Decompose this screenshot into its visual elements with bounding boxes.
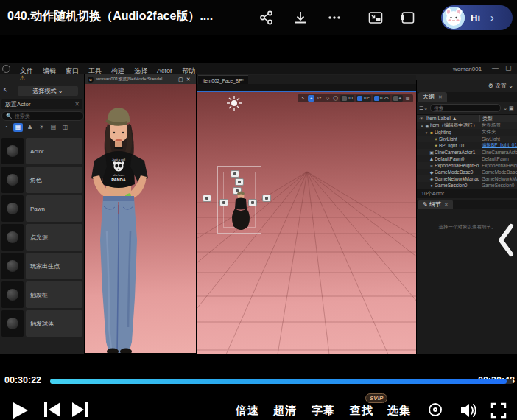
video-title: 040.动作随机切换（Audio2face版）.... (7, 9, 213, 24)
component-sprite[interactable] (231, 170, 239, 178)
volumes-category-icon[interactable]: ◫ (60, 123, 70, 132)
find-button[interactable]: 查找 (350, 404, 373, 418)
close-icon[interactable]: ✕ (74, 101, 80, 108)
volume-icon[interactable] (460, 402, 479, 419)
place-actor-item[interactable]: 角色 (0, 167, 84, 193)
download-icon[interactable] (292, 10, 309, 26)
window-minimize-icon[interactable]: — (170, 77, 175, 82)
subtitle-button[interactable]: 字幕 (312, 404, 335, 418)
previous-episode-button[interactable] (43, 402, 62, 418)
column-type[interactable]: 类型 (479, 115, 517, 122)
grid-snap-control[interactable]: 10 (340, 95, 354, 102)
picture-in-picture-icon[interactable] (367, 10, 384, 26)
place-actor-item[interactable]: Actor (0, 138, 84, 164)
window-close-icon[interactable]: ✕ (186, 77, 191, 83)
outliner-row[interactable]: ≈ExponentialHeightFog0ExponentialHeightF… (417, 162, 517, 169)
window-maximize-icon[interactable]: ▢ (178, 77, 183, 83)
outliner-row[interactable]: ●GameSession0GameSession0 (417, 182, 517, 189)
playlist-drawer-toggle[interactable] (496, 223, 516, 258)
maximize-viewport-icon[interactable]: ▥ (404, 95, 411, 102)
place-actor-item[interactable]: 点光源 (0, 224, 84, 251)
level-viewport[interactable]: ↖ + ⟳ ◇ ◯ 10 10° 0.25 (197, 91, 416, 354)
world-coord-icon[interactable]: ◯ (332, 95, 339, 102)
outliner-row[interactable]: ▾◉item（编辑器中运行）世界场景 (417, 122, 517, 129)
place-actor-item[interactable]: 触发框 (0, 281, 84, 308)
lights-category-icon[interactable]: ☀ (37, 123, 46, 132)
edit-blueprint-link[interactable]: 编辑BP_light_01 (479, 142, 517, 149)
actor-type: GameModeBase (479, 169, 517, 175)
scale-snap-control[interactable]: 0.25 (373, 95, 390, 102)
component-sprite[interactable] (262, 195, 271, 202)
all-classes-category-icon[interactable]: ⋯ (72, 123, 82, 132)
menu-item[interactable]: 编辑 (43, 67, 56, 74)
move-tool-icon[interactable]: + (308, 95, 314, 102)
details-tab[interactable]: ✎ 细节 ✕ (418, 200, 453, 209)
characters-category-icon[interactable]: ♟ (25, 123, 35, 132)
outliner-row[interactable]: ☀BP_light_01编辑BP_light_01 (417, 142, 517, 149)
menu-item[interactable]: 工具 (88, 67, 102, 74)
actor-name: SkyLight (439, 136, 479, 141)
speed-button[interactable]: 倍速 (236, 404, 259, 418)
column-item-label[interactable]: Item Label ▲ (426, 116, 479, 121)
episodes-button[interactable]: 选集 (387, 404, 411, 418)
place-actors-tab[interactable]: 放置Actor ✕ (1, 99, 82, 109)
visual-effects-category-icon[interactable]: ▤ (49, 123, 58, 132)
place-actor-item[interactable]: 玩家出生点 (0, 253, 84, 279)
menu-item[interactable]: 选择 (134, 67, 147, 74)
close-icon[interactable]: ✕ (438, 94, 443, 100)
quality-button[interactable]: 超清 (273, 404, 297, 418)
avatar (443, 7, 465, 29)
outliner-row[interactable]: ▾■Lighting文件夹 (417, 129, 517, 136)
menu-item[interactable]: 文件 (20, 67, 33, 74)
scale-tool-icon[interactable]: ◇ (324, 95, 331, 102)
chevron-right-icon: › (490, 12, 494, 24)
mini-window-icon[interactable] (400, 10, 416, 26)
next-episode-button[interactable] (71, 402, 90, 418)
angle-snap-control[interactable]: 10° (356, 95, 371, 102)
preview-titlebar[interactable]: u woman001预览[NetMode:Standalone 0] (64-b… (85, 74, 196, 84)
toolbar-divider (354, 11, 354, 24)
character-in-level[interactable] (228, 186, 254, 235)
menu-item[interactable]: Actor (157, 67, 172, 74)
preview-viewport[interactable]: Just a girl who loves PANDA (85, 84, 196, 353)
menu-item[interactable]: 窗口 (66, 67, 79, 74)
account-button[interactable]: Hi › (441, 5, 513, 30)
outliner-row[interactable]: ◆GameModeBase0GameModeBase (417, 169, 517, 175)
camera-speed-control[interactable]: 4 (392, 95, 403, 102)
rotate-tool-icon[interactable]: ⟳ (316, 95, 323, 102)
share-icon[interactable] (258, 10, 275, 26)
recently-placed-category-icon[interactable]: ◔ (1, 123, 11, 132)
actor-name: CineCameraActor1 (435, 150, 479, 155)
place-actor-item[interactable]: 触发球体 (0, 310, 84, 337)
settings-button[interactable]: ⚙ 设置 ⌄ (488, 82, 513, 90)
outliner-row[interactable]: ▣CineCameraActor1CineCameraActor (417, 149, 517, 155)
audio-component-sprite[interactable] (235, 178, 244, 186)
menu-item[interactable]: 帮助 (182, 67, 195, 74)
select-mode-dropdown[interactable]: 选择模式 ⌄ (18, 86, 78, 96)
basic-category-icon[interactable]: ▦ (13, 123, 23, 132)
more-icon[interactable] (326, 10, 342, 26)
component-sprite[interactable] (203, 195, 211, 202)
outliner-view-options-icon[interactable]: ⌄ ▣ (503, 105, 513, 111)
outliner-search-input[interactable] (430, 104, 501, 112)
filter-icon[interactable]: ☰⌄ (419, 105, 428, 111)
outliner-rows: ▾◉item（编辑器中运行）世界场景▾■Lighting文件夹☀SkyLight… (417, 122, 517, 189)
select-tool-icon[interactable]: ↖ (300, 95, 306, 102)
close-icon[interactable]: ✕ (444, 202, 449, 208)
watch-together-icon[interactable] (429, 403, 442, 416)
place-actors-search[interactable]: 🔍 搜索类 (1, 111, 84, 121)
outliner-row[interactable]: ◈GameNetworkManager0GameNetworkManager (417, 175, 517, 182)
menu-item[interactable]: 构建 (111, 67, 124, 74)
outliner-tab[interactable]: 大纲 ✕ (418, 92, 447, 102)
camera-speed-icon (393, 96, 398, 101)
play-button[interactable] (12, 402, 28, 419)
video-frame[interactable]: 文件编辑窗口工具构建选择Actor帮助 woman001 — ▢ ⚠ ↖ 选择模… (0, 35, 517, 374)
progress-bar[interactable] (50, 379, 513, 384)
sun-light-sprite[interactable] (226, 95, 242, 111)
window-minimize-icon[interactable]: — (492, 64, 499, 71)
outliner-row[interactable]: ☀SkyLightSkyLight (417, 136, 517, 142)
outliner-row[interactable]: ♟DefaultPawn0DefaultPawn (417, 155, 517, 162)
fullscreen-icon[interactable] (490, 402, 507, 419)
window-maximize-icon[interactable]: ▢ (505, 64, 512, 71)
place-actor-item[interactable]: Pawn (0, 195, 84, 222)
